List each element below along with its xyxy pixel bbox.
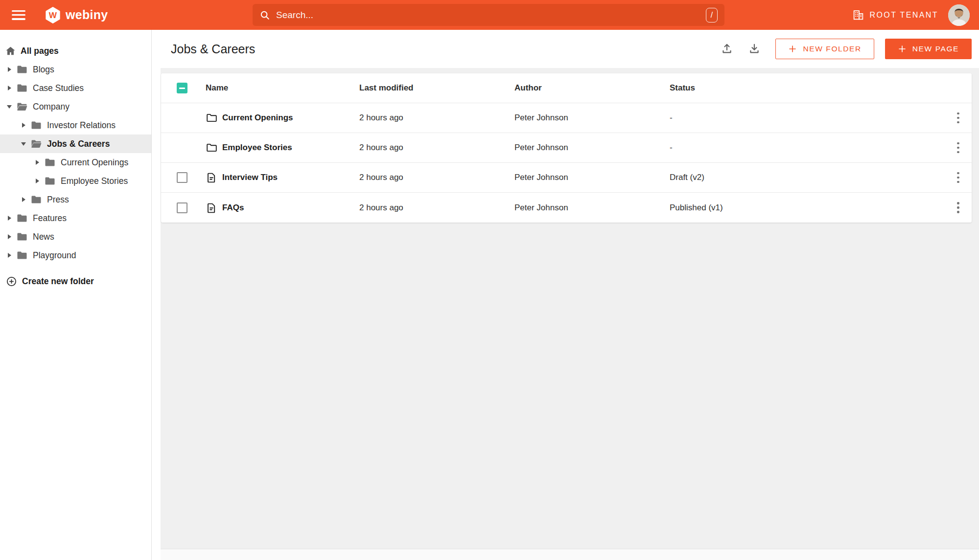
table-row[interactable]: Current Openings 2 hours ago Peter Johns… <box>161 103 972 133</box>
new-page-button[interactable]: NEW PAGE <box>885 39 972 59</box>
import-button[interactable] <box>719 41 735 57</box>
folder-icon <box>44 157 56 168</box>
caret-right-icon[interactable] <box>7 215 13 221</box>
folder-open-icon <box>16 101 28 112</box>
sidebar-item-label: All pages <box>21 46 59 56</box>
sidebar-item-blogs[interactable]: Blogs <box>0 60 151 79</box>
sidebar-item-press[interactable]: Press <box>0 190 151 209</box>
new-folder-button[interactable]: NEW FOLDER <box>775 39 874 59</box>
row-last-modified: 2 hours ago <box>359 113 514 123</box>
sidebar-item-employee-stories[interactable]: Employee Stories <box>0 172 151 190</box>
webiny-logo[interactable]: W webiny <box>44 5 108 25</box>
logo-wordmark: webiny <box>66 8 108 22</box>
column-header-status[interactable]: Status <box>670 83 945 93</box>
row-menu-kebab-icon[interactable] <box>945 163 972 192</box>
page-title: Jobs & Careers <box>171 42 255 56</box>
caret-right-icon[interactable] <box>21 122 27 128</box>
sidebar-item-label: Employee Stories <box>61 176 128 186</box>
table-row[interactable]: FAQs 2 hours ago Peter Johnson Published… <box>161 193 972 223</box>
tenant-selector[interactable]: ROOT TENANT <box>852 9 939 21</box>
sidebar-item-all-pages[interactable]: All pages <box>0 42 151 60</box>
new-page-label: NEW PAGE <box>912 45 959 53</box>
create-new-folder-label: Create new folder <box>22 276 94 287</box>
caret-right-icon[interactable] <box>21 197 27 202</box>
sidebar-item-label: Playground <box>33 250 76 261</box>
row-menu-kebab-icon[interactable] <box>945 193 972 223</box>
plus-icon <box>898 45 907 53</box>
select-all-checkbox[interactable] <box>177 83 187 93</box>
upload-icon <box>721 43 733 55</box>
sidebar-item-current-openings[interactable]: Current Openings <box>0 153 151 172</box>
row-author: Peter Johnson <box>514 203 670 213</box>
sidebar-item-investor-relations[interactable]: Investor Relations <box>0 116 151 134</box>
plus-icon <box>788 45 797 53</box>
home-icon <box>5 45 16 57</box>
create-new-folder-button[interactable]: Create new folder <box>0 271 151 291</box>
row-last-modified: 2 hours ago <box>359 173 514 182</box>
sidebar-item-label: Current Openings <box>61 157 128 168</box>
row-name[interactable]: Employee Stories <box>222 143 292 153</box>
caret-right-icon[interactable] <box>35 159 41 165</box>
table-row[interactable]: Employee Stories 2 hours ago Peter Johns… <box>161 133 972 163</box>
sidebar-item-label: News <box>33 232 54 242</box>
pages-table: Name Last modified Author Status Current… <box>161 73 972 223</box>
sidebar-item-company[interactable]: Company <box>0 97 151 116</box>
folder-icon <box>206 142 217 154</box>
caret-right-icon[interactable] <box>35 178 41 184</box>
horizontal-scrollbar-track[interactable] <box>161 549 979 560</box>
menu-icon[interactable] <box>12 10 25 20</box>
folder-open-icon <box>30 138 42 150</box>
sidebar-item-case-studies[interactable]: Case Studies <box>0 79 151 97</box>
row-name[interactable]: FAQs <box>222 203 244 213</box>
search-input[interactable] <box>276 10 706 21</box>
sidebar-item-label: Company <box>33 102 70 112</box>
sidebar-item-label: Press <box>47 195 69 205</box>
avatar[interactable] <box>948 4 970 26</box>
folder-icon <box>30 119 42 131</box>
page-header: Jobs & Careers NEW FOLDER <box>161 30 979 68</box>
sidebar-item-label: Investor Relations <box>47 120 116 131</box>
caret-down-icon[interactable] <box>21 141 27 147</box>
folder-icon <box>16 64 28 75</box>
sidebar-item-news[interactable]: News <box>0 227 151 246</box>
row-checkbox[interactable] <box>177 172 187 183</box>
caret-down-icon[interactable] <box>7 104 13 110</box>
building-icon <box>852 9 864 21</box>
column-header-last-modified[interactable]: Last modified <box>359 83 514 93</box>
table-row[interactable]: Interview Tips 2 hours ago Peter Johnson… <box>161 163 972 193</box>
row-menu-kebab-icon[interactable] <box>945 103 972 133</box>
row-name[interactable]: Interview Tips <box>222 173 278 182</box>
row-last-modified: 2 hours ago <box>359 203 514 213</box>
download-icon <box>748 43 761 55</box>
row-name[interactable]: Current Openings <box>222 113 293 123</box>
row-menu-kebab-icon[interactable] <box>945 133 972 162</box>
caret-right-icon[interactable] <box>7 67 13 72</box>
caret-right-icon[interactable] <box>7 252 13 258</box>
folder-icon <box>16 82 28 94</box>
folder-icon <box>16 212 28 224</box>
column-header-author[interactable]: Author <box>514 83 670 93</box>
webiny-hexagon-icon: W <box>44 5 62 25</box>
caret-right-icon[interactable] <box>7 85 13 91</box>
folder-icon <box>30 194 42 205</box>
row-checkbox[interactable] <box>177 202 187 213</box>
sidebar-item-jobs-careers[interactable]: Jobs & Careers <box>0 134 151 153</box>
sidebar-item-label: Jobs & Careers <box>47 139 110 149</box>
page-icon <box>206 172 217 183</box>
sidebar-item-features[interactable]: Features <box>0 209 151 227</box>
row-status: Draft (v2) <box>670 173 945 182</box>
sidebar-item-playground[interactable]: Playground <box>0 246 151 265</box>
page-icon <box>206 202 217 214</box>
sidebar-item-label: Blogs <box>33 65 54 75</box>
column-header-name[interactable]: Name <box>192 83 359 93</box>
search-bar[interactable]: / <box>253 4 724 26</box>
folder-icon <box>44 175 56 187</box>
caret-right-icon[interactable] <box>7 234 13 240</box>
svg-text:W: W <box>49 10 57 20</box>
row-last-modified: 2 hours ago <box>359 143 514 153</box>
folder-icon <box>16 249 28 261</box>
folder-tree-sidebar: All pages Blogs Case Studies Company Inv… <box>0 30 152 560</box>
export-button[interactable] <box>746 41 763 57</box>
table-header-row: Name Last modified Author Status <box>161 73 972 103</box>
sidebar-scrollbar-gutter[interactable] <box>152 30 161 560</box>
